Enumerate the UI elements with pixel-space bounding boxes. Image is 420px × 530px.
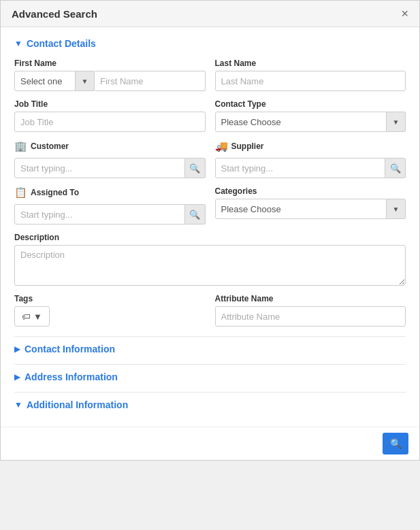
contact-details-section-header[interactable]: ▼ Contact Details (14, 38, 406, 49)
categories-label: Categories (215, 186, 406, 196)
first-name-input-row: Select one ▼ (14, 71, 206, 91)
description-group: Description (14, 233, 406, 286)
customer-input[interactable] (14, 158, 185, 178)
customer-supplier-row: 🏢 Customer 🔍 🚚 Supplier 🔍 (14, 140, 406, 178)
assigned-to-search-group: 🔍 (14, 204, 206, 225)
contact-type-select-wrapper: Please Choose ▼ (215, 112, 406, 132)
tags-group: Tags 🏷 ▼ (14, 294, 206, 327)
assigned-to-search-button[interactable]: 🔍 (185, 204, 206, 225)
supplier-search-group: 🔍 (215, 158, 406, 178)
supplier-search-button[interactable]: 🔍 (385, 158, 406, 178)
first-last-name-row: First Name Select one ▼ Last Name (14, 59, 406, 91)
dialog-header: Advanced Search × (1, 1, 419, 27)
contact-information-section: ▶ Contact Information (14, 336, 406, 354)
customer-group: 🏢 Customer 🔍 (14, 140, 206, 178)
dialog-body: ▼ Contact Details First Name Select one … (1, 27, 419, 427)
first-name-group: First Name Select one ▼ (14, 59, 206, 91)
assigned-to-icon-label: 📋 Assigned To (14, 186, 206, 199)
search-submit-icon: 🔍 (390, 438, 402, 449)
customer-icon: 🏢 (14, 140, 27, 152)
additional-information-title: Additional Information (27, 399, 128, 410)
categories-group: Categories Please Choose ▼ (215, 186, 406, 225)
customer-search-group: 🔍 (14, 158, 206, 178)
assigned-to-icon: 📋 (14, 186, 27, 199)
assigned-to-label: Assigned To (31, 188, 79, 197)
contact-type-select[interactable]: Please Choose (215, 112, 387, 132)
search-submit-button[interactable]: 🔍 (383, 433, 408, 454)
supplier-group: 🚚 Supplier 🔍 (215, 140, 406, 178)
tag-icon: 🏷 (22, 312, 31, 322)
supplier-label: Supplier (231, 142, 264, 151)
attribute-name-label: Attribute Name (215, 294, 406, 303)
additional-information-chevron: ▼ (14, 400, 22, 410)
dialog-title: Advanced Search (12, 8, 97, 20)
last-name-group: Last Name (215, 59, 406, 91)
address-information-title: Address Information (25, 371, 118, 382)
assigned-to-input[interactable] (14, 204, 185, 225)
job-title-label: Job Title (14, 99, 206, 109)
last-name-label: Last Name (215, 59, 406, 68)
additional-information-header[interactable]: ▼ Additional Information (14, 399, 406, 410)
first-name-label: First Name (14, 59, 206, 68)
first-name-select[interactable]: Select one (14, 71, 76, 91)
description-label: Description (14, 233, 406, 242)
categories-select[interactable]: Please Choose (215, 199, 387, 219)
categories-chevron[interactable]: ▼ (387, 199, 406, 219)
supplier-input[interactable] (215, 158, 386, 178)
categories-select-wrapper: Please Choose ▼ (215, 199, 406, 219)
additional-information-section: ▼ Additional Information (14, 392, 406, 410)
attribute-name-input[interactable] (215, 306, 406, 327)
contact-details-chevron: ▼ (14, 39, 22, 48)
tags-attribute-row: Tags 🏷 ▼ Attribute Name (14, 294, 406, 327)
last-name-input[interactable] (215, 71, 406, 91)
address-information-header[interactable]: ▶ Address Information (14, 371, 406, 382)
customer-label: Customer (31, 142, 69, 151)
attribute-name-group: Attribute Name (215, 294, 406, 327)
description-textarea[interactable] (14, 245, 406, 286)
contact-information-header[interactable]: ▶ Contact Information (14, 344, 406, 354)
contact-information-chevron: ▶ (14, 344, 20, 354)
job-contact-row: Job Title Contact Type Please Choose ▼ (14, 99, 406, 132)
first-name-input[interactable] (95, 71, 206, 91)
job-title-group: Job Title (14, 99, 206, 132)
assigned-categories-row: 📋 Assigned To 🔍 Categories Please Choose… (14, 186, 406, 225)
close-button[interactable]: × (401, 7, 408, 20)
first-name-select-chevron[interactable]: ▼ (76, 71, 95, 91)
first-name-select-wrapper: Select one ▼ (14, 71, 95, 91)
contact-type-chevron[interactable]: ▼ (387, 112, 406, 132)
contact-type-group: Contact Type Please Choose ▼ (215, 99, 406, 132)
assigned-to-group: 📋 Assigned To 🔍 (14, 186, 206, 225)
supplier-icon: 🚚 (215, 140, 228, 152)
contact-details-title: Contact Details (27, 38, 96, 49)
tag-chevron: ▼ (33, 312, 42, 322)
customer-search-button[interactable]: 🔍 (185, 158, 206, 178)
advanced-search-dialog: Advanced Search × ▼ Contact Details Firs… (0, 0, 420, 461)
tags-button[interactable]: 🏷 ▼ (14, 306, 50, 327)
description-row: Description (14, 233, 406, 286)
job-title-input[interactable] (14, 112, 206, 132)
address-information-chevron: ▶ (14, 372, 20, 382)
customer-icon-label: 🏢 Customer (14, 140, 206, 152)
contact-type-label: Contact Type (215, 99, 406, 109)
contact-information-title: Contact Information (25, 344, 115, 354)
tags-input-group: 🏷 ▼ (14, 306, 206, 327)
dialog-footer: 🔍 (1, 427, 419, 460)
address-information-section: ▶ Address Information (14, 364, 406, 382)
tags-label: Tags (14, 294, 206, 303)
supplier-icon-label: 🚚 Supplier (215, 140, 406, 152)
